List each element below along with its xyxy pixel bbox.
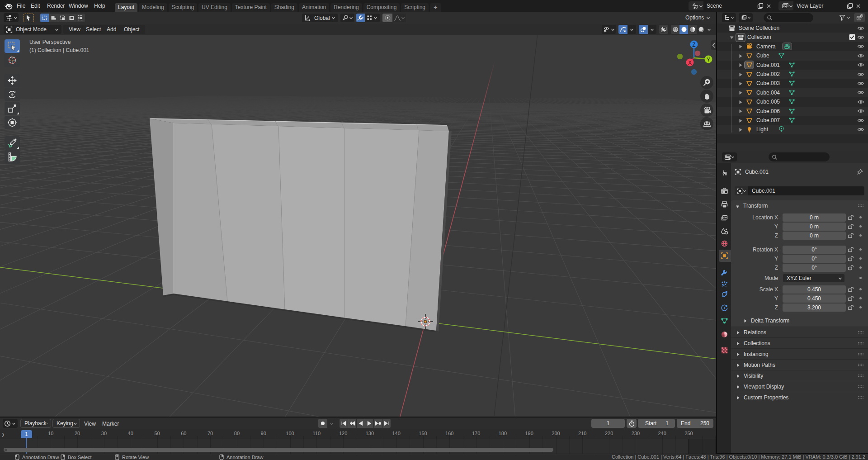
svg-text:Y: Y — [707, 57, 710, 63]
svg-text:X: X — [688, 60, 692, 66]
svg-text:Z: Z — [692, 42, 695, 48]
